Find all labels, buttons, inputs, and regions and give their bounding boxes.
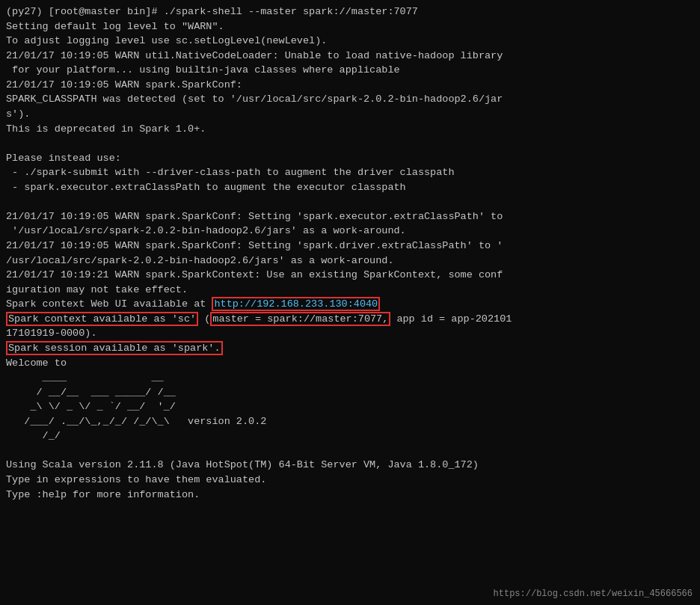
logo-line3: _\ \/ _ \/ _ `/ __/ '_/ [6, 399, 694, 414]
line-warn-sparkconf: 21/01/17 10:19:05 WARN spark.SparkConf: [6, 78, 694, 93]
line-welcome: Welcome to [6, 356, 694, 371]
line-warn-sparkctx2: iguration may not take effect. [6, 283, 694, 298]
master-highlight: master = spark://master:7077, [210, 312, 390, 326]
line-log-level: Setting default log level to "WARN". [6, 19, 694, 34]
empty-line-2 [6, 194, 694, 209]
terminal-window: (py27) [root@master bin]# ./spark-shell … [0, 0, 700, 605]
line-spark-session: Spark session available as 'spark'. [6, 341, 694, 356]
line-type-help: Type :help for more information. [6, 488, 694, 503]
line-type-expr: Type in expressions to have them evaluat… [6, 473, 694, 488]
line-warn-sparkctx: 21/01/17 10:19:21 WARN spark.SparkContex… [6, 268, 694, 283]
line-spark-classpath2: s'). [6, 107, 694, 122]
line-spark-submit: - ./spark-submit with --driver-class-pat… [6, 165, 694, 180]
logo-line1: ____ __ [6, 370, 694, 385]
line-warn-executor2: '/usr/local/src/spark-2.0.2-bin-hadoop2.… [6, 224, 694, 239]
line-warn-driver2: /usr/local/src/spark-2.0.2-bin-hadoop2.6… [6, 254, 694, 268]
line-spark-context: Spark context available as 'sc' (master … [6, 312, 694, 327]
line-command: (py27) [root@master bin]# ./spark-shell … [6, 4, 694, 19]
line-warn-driver: 21/01/17 10:19:05 WARN spark.SparkConf: … [6, 239, 694, 254]
logo-line4: /___/ .__/\_,_/_/ /_/\_\ version 2.0.2 [6, 414, 694, 429]
line-please-use: Please instead use: [6, 151, 694, 166]
line-warn-native2: for your platform... using builtin-java … [6, 63, 694, 78]
line-webui: Spark context Web UI available at http:/… [6, 297, 694, 312]
watermark: https://blog.csdn.net/weixin_45666566 [494, 589, 693, 599]
line-spark-classpath: SPARK_CLASSPATH was detected (set to '/u… [6, 92, 694, 107]
line-scala-version: Using Scala version 2.11.8 (Java HotSpot… [6, 458, 694, 473]
spark-logo: ____ __ / __/__ ___ _____/ /__ _\ \/ _ \… [6, 370, 694, 443]
spark-session-highlight: Spark session available as 'spark'. [6, 341, 223, 355]
line-executor-extra: - spark.executor.extraClassPath to augme… [6, 180, 694, 195]
line-spark-context2: 17101919-0000). [6, 326, 694, 341]
webui-url: http://192.168.233.130:4040 [212, 297, 380, 311]
line-warn-native: 21/01/17 10:19:05 WARN util.NativeCodeLo… [6, 49, 694, 64]
spark-context-highlight: Spark context available as 'sc' [6, 312, 198, 326]
empty-line-3 [6, 443, 694, 458]
logo-line2: / __/__ ___ _____/ /__ [6, 385, 694, 400]
line-warn-executor: 21/01/17 10:19:05 WARN spark.SparkConf: … [6, 209, 694, 224]
logo-line5: /_/ [6, 429, 694, 443]
line-log-adjust: To adjust logging level use sc.setLogLev… [6, 34, 694, 49]
empty-line-1 [6, 136, 694, 151]
line-deprecated: This is deprecated in Spark 1.0+. [6, 122, 694, 137]
